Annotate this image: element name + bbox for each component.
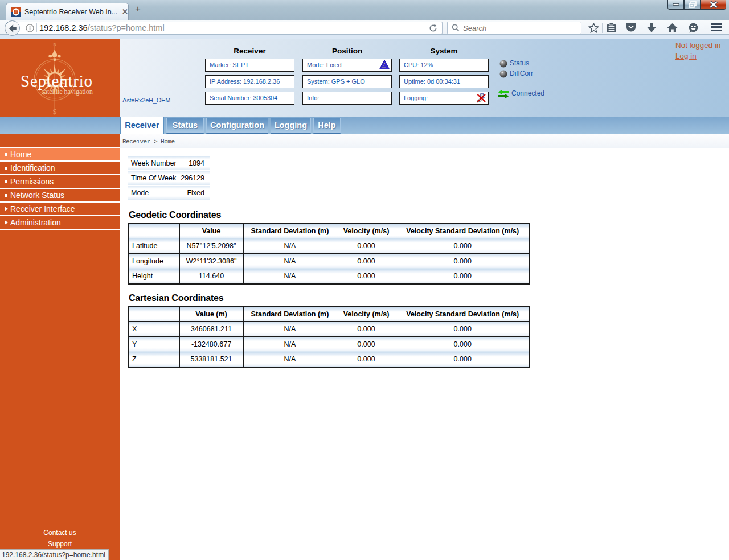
svg-text:N: N: [53, 42, 56, 47]
svg-text:S: S: [52, 107, 56, 116]
svg-text:satellite navigation: satellite navigation: [42, 88, 93, 96]
